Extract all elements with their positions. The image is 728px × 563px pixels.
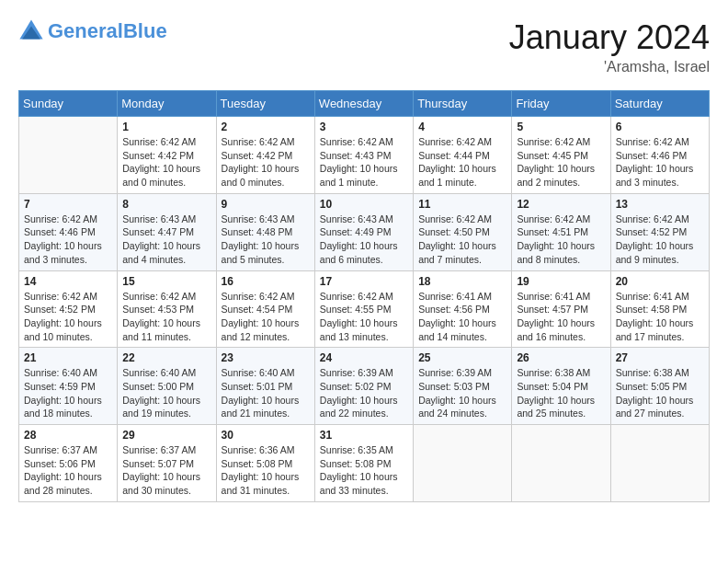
calendar-week-row: 7Sunrise: 6:42 AMSunset: 4:46 PMDaylight… [19,193,710,270]
calendar-day-cell: 29Sunrise: 6:37 AMSunset: 5:07 PMDayligh… [118,425,216,502]
day-number: 18 [418,275,506,288]
day-of-week-header: Wednesday [314,91,413,117]
day-number: 8 [122,198,210,211]
day-number: 12 [517,198,605,211]
day-number: 25 [418,351,506,364]
day-number: 6 [616,121,704,133]
location-subtitle: 'Aramsha, Israel [509,59,710,75]
day-sun-info: Sunrise: 6:42 AMSunset: 4:46 PMDaylight:… [24,213,112,267]
calendar-day-cell: 16Sunrise: 6:42 AMSunset: 4:54 PMDayligh… [216,270,314,348]
day-sun-info: Sunrise: 6:41 AMSunset: 4:58 PMDaylight:… [616,290,704,344]
day-number: 14 [24,275,112,288]
calendar-day-cell: 12Sunrise: 6:42 AMSunset: 4:51 PMDayligh… [512,193,610,270]
day-sun-info: Sunrise: 6:42 AMSunset: 4:50 PMDaylight:… [418,213,506,267]
day-sun-info: Sunrise: 6:43 AMSunset: 4:47 PMDaylight:… [122,213,210,267]
calendar-day-cell: 13Sunrise: 6:42 AMSunset: 4:52 PMDayligh… [610,193,709,270]
logo: GeneralBlue [18,18,167,44]
day-sun-info: Sunrise: 6:42 AMSunset: 4:52 PMDaylight:… [24,290,112,344]
day-sun-info: Sunrise: 6:36 AMSunset: 5:08 PMDaylight:… [222,443,310,498]
calendar-day-cell [19,117,118,194]
calendar-day-cell: 2Sunrise: 6:42 AMSunset: 4:42 PMDaylight… [216,117,314,194]
day-number: 20 [616,275,704,288]
day-sun-info: Sunrise: 6:38 AMSunset: 5:05 PMDaylight:… [616,366,704,420]
day-sun-info: Sunrise: 6:42 AMSunset: 4:55 PMDaylight:… [320,290,408,344]
calendar-table: SundayMondayTuesdayWednesdayThursdayFrid… [18,90,710,502]
calendar-day-cell: 21Sunrise: 6:40 AMSunset: 4:59 PMDayligh… [19,348,118,425]
day-sun-info: Sunrise: 6:39 AMSunset: 5:02 PMDaylight:… [320,366,408,420]
day-number: 23 [222,351,310,364]
day-sun-info: Sunrise: 6:39 AMSunset: 5:03 PMDaylight:… [418,366,506,420]
day-of-week-header: Friday [512,91,610,117]
day-number: 3 [320,121,408,133]
day-sun-info: Sunrise: 6:42 AMSunset: 4:45 PMDaylight:… [517,135,605,190]
calendar-day-cell: 1Sunrise: 6:42 AMSunset: 4:42 PMDaylight… [118,117,216,194]
day-sun-info: Sunrise: 6:42 AMSunset: 4:44 PMDaylight:… [418,135,506,190]
calendar-day-cell: 15Sunrise: 6:42 AMSunset: 4:53 PMDayligh… [118,270,216,348]
day-sun-info: Sunrise: 6:42 AMSunset: 4:53 PMDaylight:… [122,290,210,344]
calendar-day-cell: 11Sunrise: 6:42 AMSunset: 4:50 PMDayligh… [414,193,512,270]
day-number: 1 [122,121,210,133]
day-sun-info: Sunrise: 6:40 AMSunset: 4:59 PMDaylight:… [24,366,112,420]
day-number: 4 [418,121,506,133]
day-number: 16 [222,275,310,288]
day-number: 7 [24,198,112,211]
calendar-week-row: 21Sunrise: 6:40 AMSunset: 4:59 PMDayligh… [19,348,710,425]
calendar-day-cell: 25Sunrise: 6:39 AMSunset: 5:03 PMDayligh… [414,348,512,425]
calendar-day-cell [414,425,512,502]
day-number: 26 [517,351,605,364]
day-sun-info: Sunrise: 6:42 AMSunset: 4:54 PMDaylight:… [222,290,310,344]
day-sun-info: Sunrise: 6:40 AMSunset: 5:00 PMDaylight:… [122,366,210,420]
day-number: 5 [517,121,605,133]
calendar-day-cell [512,425,610,502]
calendar-day-cell: 31Sunrise: 6:35 AMSunset: 5:08 PMDayligh… [314,425,413,502]
day-sun-info: Sunrise: 6:42 AMSunset: 4:52 PMDaylight:… [616,213,704,267]
day-sun-info: Sunrise: 6:37 AMSunset: 5:07 PMDaylight:… [122,443,210,498]
day-sun-info: Sunrise: 6:43 AMSunset: 4:49 PMDaylight:… [320,213,408,267]
day-number: 2 [222,121,310,133]
calendar-day-cell: 28Sunrise: 6:37 AMSunset: 5:06 PMDayligh… [19,425,118,502]
day-sun-info: Sunrise: 6:42 AMSunset: 4:42 PMDaylight:… [122,135,210,190]
calendar-day-cell: 26Sunrise: 6:38 AMSunset: 5:04 PMDayligh… [512,348,610,425]
calendar-day-cell: 17Sunrise: 6:42 AMSunset: 4:55 PMDayligh… [314,270,413,348]
calendar-day-cell: 23Sunrise: 6:40 AMSunset: 5:01 PMDayligh… [216,348,314,425]
calendar-day-cell: 18Sunrise: 6:41 AMSunset: 4:56 PMDayligh… [414,270,512,348]
calendar-week-row: 14Sunrise: 6:42 AMSunset: 4:52 PMDayligh… [19,270,710,348]
day-number: 17 [320,275,408,288]
day-sun-info: Sunrise: 6:42 AMSunset: 4:43 PMDaylight:… [320,135,408,190]
calendar-day-cell: 8Sunrise: 6:43 AMSunset: 4:47 PMDaylight… [118,193,216,270]
day-number: 19 [517,275,605,288]
page-header: GeneralBlue January 2024 'Aramsha, Israe… [18,18,710,75]
month-year-title: January 2024 [509,18,710,57]
day-number: 15 [122,275,210,288]
day-of-week-header: Monday [118,91,216,117]
logo-icon [18,18,44,44]
calendar-day-cell: 14Sunrise: 6:42 AMSunset: 4:52 PMDayligh… [19,270,118,348]
day-of-week-header: Tuesday [216,91,314,117]
day-number: 21 [24,351,112,364]
day-number: 13 [616,198,704,211]
day-sun-info: Sunrise: 6:41 AMSunset: 4:56 PMDaylight:… [418,290,506,344]
day-sun-info: Sunrise: 6:42 AMSunset: 4:42 PMDaylight:… [222,135,310,190]
calendar-week-row: 1Sunrise: 6:42 AMSunset: 4:42 PMDaylight… [19,117,710,194]
day-sun-info: Sunrise: 6:40 AMSunset: 5:01 PMDaylight:… [222,366,310,420]
calendar-day-cell: 19Sunrise: 6:41 AMSunset: 4:57 PMDayligh… [512,270,610,348]
calendar-day-cell: 6Sunrise: 6:42 AMSunset: 4:46 PMDaylight… [610,117,709,194]
calendar-day-cell: 4Sunrise: 6:42 AMSunset: 4:44 PMDaylight… [414,117,512,194]
day-sun-info: Sunrise: 6:37 AMSunset: 5:06 PMDaylight:… [24,443,112,498]
logo-text: GeneralBlue [48,21,167,41]
day-sun-info: Sunrise: 6:42 AMSunset: 4:46 PMDaylight:… [616,135,704,190]
day-number: 28 [24,429,112,442]
logo-general: General [48,19,123,42]
day-of-week-header: Saturday [610,91,709,117]
day-number: 11 [418,198,506,211]
calendar-day-cell: 27Sunrise: 6:38 AMSunset: 5:05 PMDayligh… [610,348,709,425]
day-number: 22 [122,351,210,364]
calendar-day-cell: 22Sunrise: 6:40 AMSunset: 5:00 PMDayligh… [118,348,216,425]
day-sun-info: Sunrise: 6:43 AMSunset: 4:48 PMDaylight:… [222,213,310,267]
calendar-day-cell [610,425,709,502]
day-sun-info: Sunrise: 6:35 AMSunset: 5:08 PMDaylight:… [320,443,408,498]
day-number: 31 [320,429,408,442]
calendar-week-row: 28Sunrise: 6:37 AMSunset: 5:06 PMDayligh… [19,425,710,502]
calendar-day-cell: 24Sunrise: 6:39 AMSunset: 5:02 PMDayligh… [314,348,413,425]
day-of-week-header: Sunday [19,91,118,117]
